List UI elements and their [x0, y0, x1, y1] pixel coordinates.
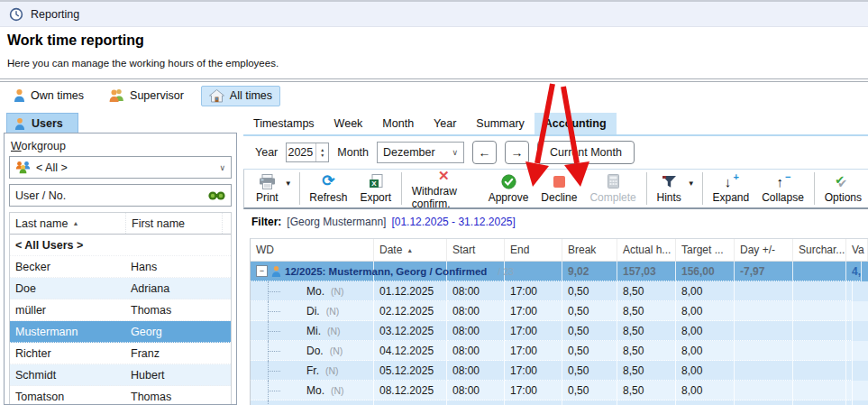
- grid-body: Mo.(N)01.12.202508:0017:000,508,508,00Di…: [251, 281, 868, 405]
- refresh-button[interactable]: ⟳ Refresh: [303, 174, 353, 204]
- column-label: Target ...: [681, 244, 724, 256]
- tab-own-times[interactable]: Own times: [5, 85, 92, 106]
- cell-weekday: Di.(N): [251, 301, 374, 321]
- toolbar-separator: [299, 172, 300, 205]
- spinner-buttons[interactable]: ▲ ▼: [315, 143, 328, 161]
- cell-end: 17:00: [505, 321, 562, 341]
- tab-users[interactable]: Users: [6, 113, 78, 133]
- complete-label: Complete: [589, 191, 635, 204]
- tab-all-times[interactable]: All times: [201, 86, 280, 106]
- hints-button[interactable]: Hints: [650, 174, 687, 204]
- all-users-row[interactable]: < All Users >: [10, 235, 231, 256]
- tab-label: Own times: [31, 89, 84, 102]
- tab-supervisor[interactable]: Supervisor: [101, 85, 192, 106]
- grid-row[interactable]: Mo.(N)08.12.202508:0017:000,508,508,00: [251, 381, 868, 400]
- binoculars-icon[interactable]: [208, 190, 225, 201]
- decline-button[interactable]: Decline: [535, 174, 583, 204]
- column-header-first-name[interactable]: First name: [125, 213, 222, 234]
- options-button[interactable]: ✔✔ Options: [818, 174, 868, 204]
- tab-accounting[interactable]: Accounting: [535, 113, 617, 134]
- cell-target: 8,00: [676, 341, 735, 361]
- cell-actual: 8,50: [617, 321, 676, 341]
- group-break-total: 9,02: [562, 262, 617, 281]
- filter-row: Filter: [Georg Mustermann] [01.12.2025 -…: [251, 216, 516, 228]
- approve-button[interactable]: Approve: [482, 174, 535, 204]
- user-icon: [271, 265, 281, 278]
- toolbar-separator: [814, 172, 815, 205]
- day-type-tag: (N): [327, 326, 341, 336]
- column-header-empty: [222, 213, 231, 234]
- print-button[interactable]: Print: [250, 174, 285, 204]
- cell-date: 09.12.2025: [374, 400, 447, 405]
- cell-actual: 8,50: [617, 400, 676, 405]
- tab-week[interactable]: Week: [324, 113, 373, 134]
- column-header-last-name[interactable]: Last name ▲: [10, 217, 125, 230]
- withdraw-confirm-button[interactable]: ✕ Withdraw confirm.: [406, 168, 482, 210]
- grid-column-header[interactable]: End: [505, 239, 562, 262]
- tab-label: Supervisor: [130, 89, 184, 102]
- cell-start: 08:00: [447, 341, 505, 361]
- export-button[interactable]: X Export: [353, 174, 397, 204]
- grid-column-header[interactable]: Target ...: [676, 239, 735, 262]
- collapse-group-icon[interactable]: −: [256, 265, 268, 277]
- expand-button[interactable]: ↓+ Expand: [706, 174, 755, 204]
- grid-row[interactable]: Do.(N)04.12.202508:0017:000,508,508,00: [251, 341, 868, 361]
- grid-column-header[interactable]: WD: [251, 239, 374, 262]
- group-count: / 23: [498, 266, 514, 277]
- cell-end: 17:00: [505, 400, 562, 405]
- grid-column-header[interactable]: Break: [562, 239, 617, 262]
- user-first-name: Franz: [125, 347, 221, 360]
- user-row[interactable]: BeckerHans: [10, 256, 231, 278]
- workgroup-select[interactable]: < All > ∨: [9, 156, 232, 179]
- grid-row[interactable]: Di.(N)02.12.202508:0017:000,508,508,00: [251, 301, 868, 321]
- cell-vacation: [846, 301, 853, 321]
- cell-surcharge: [793, 341, 846, 361]
- user-row[interactable]: müllerThomas: [10, 299, 231, 321]
- current-month-button[interactable]: Current Month: [537, 141, 635, 164]
- user-row[interactable]: SchmidtHubert: [10, 364, 231, 386]
- spin-down-icon[interactable]: ▼: [320, 152, 324, 158]
- grid-column-header[interactable]: Va: [846, 239, 868, 262]
- sort-asc-icon: ▲: [72, 220, 78, 226]
- month-select[interactable]: Dezember ∨: [377, 142, 464, 163]
- filter-funnel-icon: [662, 174, 677, 189]
- grid-column-header[interactable]: Date▲: [374, 239, 447, 262]
- tab-summary[interactable]: Summary: [466, 113, 534, 134]
- cell-target: 8,00: [676, 321, 735, 341]
- toolbar-separator: [702, 172, 703, 205]
- user-row[interactable]: DoeAdriana: [10, 278, 231, 299]
- user-row[interactable]: MustermannGeorg: [10, 321, 231, 343]
- day-type-tag: (N): [325, 365, 339, 376]
- cell-weekday: Di.(N): [251, 400, 374, 405]
- tab-timestamps[interactable]: Timestamps: [243, 113, 324, 134]
- grid-column-header[interactable]: Actual h...: [617, 239, 676, 262]
- weekday-label: Mi.: [306, 325, 321, 337]
- window-titlebar: Reporting: [0, 0, 868, 27]
- grid-row[interactable]: Di.(N)09.12.202508:0017:000,508,508,00: [251, 400, 868, 405]
- tab-month[interactable]: Month: [372, 113, 424, 134]
- user-row[interactable]: RichterFranz: [10, 343, 231, 364]
- grid-column-header[interactable]: Surchar...: [793, 239, 846, 262]
- group-row[interactable]: − 12/2025: Mustermann, Georg / Confirmed…: [251, 262, 868, 281]
- grid-row[interactable]: Mi.(N)03.12.202508:0017:000,508,508,00: [251, 321, 868, 341]
- weekday-label: Di.: [306, 305, 320, 318]
- cell-vacation: [846, 321, 853, 341]
- user-row[interactable]: TomatsonThomas: [10, 386, 231, 405]
- grid-column-header[interactable]: Start: [447, 239, 505, 262]
- hints-dropdown-caret-icon[interactable]: ▼: [688, 179, 699, 198]
- all-users-label: < All Users >: [10, 239, 214, 252]
- print-dropdown-caret-icon[interactable]: ▼: [285, 179, 296, 198]
- next-month-button[interactable]: →: [505, 141, 529, 164]
- collapse-button[interactable]: ↑− Collapse: [755, 174, 810, 204]
- grid-column-header[interactable]: Day +/-: [735, 239, 793, 262]
- window-title: Reporting: [31, 8, 79, 21]
- column-label: Start: [452, 244, 475, 256]
- year-spinner[interactable]: 2025 ▲ ▼: [286, 143, 329, 162]
- prev-month-button[interactable]: ←: [472, 141, 497, 164]
- tab-year[interactable]: Year: [424, 113, 466, 134]
- user-last-name: Doe: [10, 282, 125, 295]
- user-first-name: Georg: [125, 326, 221, 338]
- grid-row[interactable]: Mo.(N)01.12.202508:0017:000,508,508,00: [251, 281, 868, 301]
- grid-row[interactable]: Fr.(N)05.12.202508:0017:000,508,508,00: [251, 361, 868, 381]
- user-search-input[interactable]: User / No.: [9, 184, 232, 207]
